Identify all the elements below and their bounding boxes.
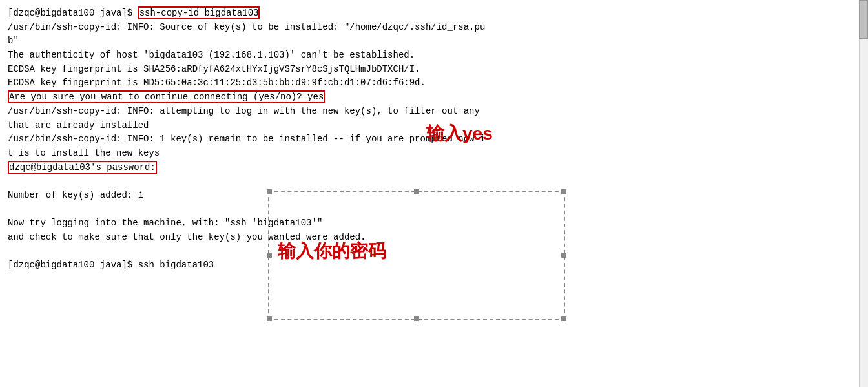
terminal-text-6: ECDSA key fingerprint is MD5:65:0a:3c:11… [8,78,426,88]
terminal-line-1: [dzqc@bigdata100 java]$ ssh-copy-id bigd… [8,6,838,21]
corner-br [561,316,566,321]
scrollbar-thumb[interactable] [859,0,868,39]
terminal-line-6: ECDSA key fingerprint is MD5:65:0a:3c:11… [8,76,838,90]
scrollbar[interactable] [859,0,868,387]
corner-mr [561,253,566,258]
terminal-text-10: /usr/bin/ssh-copy-id: INFO: 1 key(s) rem… [8,134,485,144]
terminal-line-10: /usr/bin/ssh-copy-id: INFO: 1 key(s) rem… [8,132,838,147]
corner-ml [267,253,272,258]
terminal-text-9: that are already installed [8,120,149,131]
terminal-line-2: /usr/bin/ssh-copy-id: INFO: Source of ke… [8,21,838,35]
terminal-window: [dzqc@bigdata100 java]$ ssh-copy-id bigd… [0,0,846,387]
prompt-text: [dzqc@bigdata100 java]$ [8,8,138,18]
terminal-text-11: t is to install the new keys [8,148,160,158]
annotation-password: 输入你的密码 [278,239,386,264]
terminal-text-14: Number of key(s) added: 1 [8,190,143,200]
annotation-yes: 输入yes [426,121,493,146]
corner-tr [561,189,566,194]
password-prompt-highlight: dzqc@bigdata103's password: [8,161,157,174]
terminal-text-3: b" [8,36,19,46]
terminal-line-11: t is to install the new keys [8,147,838,161]
corner-bm [414,316,419,321]
terminal-line-12: dzqc@bigdata103's password: [8,161,838,175]
command-highlight: ssh-copy-id bigdata103 [138,6,260,19]
terminal-line-8: /usr/bin/ssh-copy-id: INFO: attempting t… [8,105,838,119]
corner-tm [414,189,419,194]
terminal-text-8: /usr/bin/ssh-copy-id: INFO: attempting t… [8,106,480,116]
terminal-line-3: b" [8,34,838,48]
corner-bl [267,316,272,321]
terminal-line-7: Are you sure you want to continue connec… [8,90,838,105]
terminal-text-19: [dzqc@bigdata100 java]$ ssh bigdata103 [8,260,214,270]
terminal-text-4: The authenticity of host 'bigdata103 (19… [8,50,415,60]
terminal-line-5: ECDSA key fingerprint is SHA256:aRDfyfA6… [8,63,838,77]
terminal-line-4: The authenticity of host 'bigdata103 (19… [8,48,838,63]
terminal-text-5: ECDSA key fingerprint is SHA256:aRDfyfA6… [8,64,420,74]
terminal-text-2: /usr/bin/ssh-copy-id: INFO: Source of ke… [8,22,485,32]
terminal-line-9: that are already installed [8,119,838,133]
terminal-line-13 [8,174,838,189]
corner-tl [267,189,272,194]
yes-no-prompt-highlight: Are you sure you want to continue connec… [8,90,325,103]
